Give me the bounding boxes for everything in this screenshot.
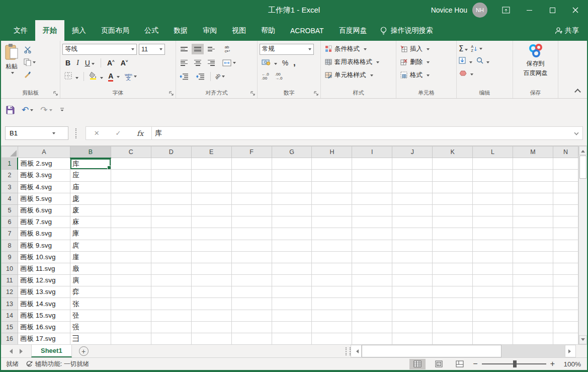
cell-E1[interactable] bbox=[191, 158, 231, 170]
cell-G9[interactable] bbox=[272, 251, 312, 263]
conditional-formatting-button[interactable]: 条件格式 bbox=[321, 42, 396, 55]
align-center-button[interactable] bbox=[192, 57, 204, 68]
cell-G13[interactable] bbox=[272, 298, 312, 310]
cell-A4[interactable]: 画板 5.svg bbox=[18, 193, 70, 204]
copy-button[interactable] bbox=[22, 56, 37, 67]
cell-M8[interactable] bbox=[513, 240, 553, 251]
orientation-button[interactable]: ab bbox=[215, 73, 225, 79]
column-header-E[interactable]: E bbox=[191, 146, 231, 158]
cell-E6[interactable] bbox=[191, 216, 231, 228]
cell-L10[interactable] bbox=[473, 263, 513, 274]
cell-G15[interactable] bbox=[272, 321, 312, 333]
cell-G4[interactable] bbox=[272, 193, 312, 204]
clipboard-dialog-launcher[interactable] bbox=[53, 91, 58, 96]
column-header-J[interactable]: J bbox=[392, 146, 433, 158]
cell-L13[interactable] bbox=[473, 298, 513, 310]
cell-F9[interactable] bbox=[231, 251, 272, 263]
phonetic-dropdown-arrow[interactable] bbox=[134, 76, 137, 79]
cell-D14[interactable] bbox=[151, 310, 191, 321]
cell-E10[interactable] bbox=[191, 263, 231, 274]
bold-button[interactable]: B bbox=[65, 59, 70, 67]
cell-M14[interactable] bbox=[513, 310, 553, 321]
cell-E8[interactable] bbox=[191, 240, 231, 251]
cell-H14[interactable] bbox=[312, 310, 352, 321]
cell-D4[interactable] bbox=[151, 193, 191, 204]
cell-L15[interactable] bbox=[473, 321, 513, 333]
cell-C10[interactable] bbox=[111, 263, 151, 274]
cell-G5[interactable] bbox=[272, 204, 312, 216]
column-header-H[interactable]: H bbox=[312, 146, 352, 158]
cell-C2[interactable] bbox=[111, 170, 151, 181]
find-select-button[interactable] bbox=[476, 57, 490, 65]
autosum-arrow[interactable] bbox=[465, 49, 468, 52]
cell-B3[interactable]: 庙 bbox=[70, 181, 111, 193]
format-painter-button[interactable] bbox=[22, 68, 37, 80]
cell-H11[interactable] bbox=[312, 275, 352, 286]
cell-C6[interactable] bbox=[111, 216, 151, 228]
cell-I7[interactable] bbox=[352, 228, 392, 240]
increase-decimal-button[interactable]: ←.0.00 bbox=[262, 72, 269, 81]
cell-K13[interactable] bbox=[433, 298, 473, 310]
cell-N2[interactable] bbox=[553, 170, 578, 181]
cell-E12[interactable] bbox=[191, 286, 231, 298]
cell-N5[interactable] bbox=[553, 204, 578, 216]
cell-I4[interactable] bbox=[352, 193, 392, 204]
cell-E15[interactable] bbox=[191, 321, 231, 333]
cell-D13[interactable] bbox=[151, 298, 191, 310]
merge-dropdown-arrow[interactable] bbox=[233, 62, 236, 65]
cell-F12[interactable] bbox=[231, 286, 272, 298]
zoom-out-button[interactable]: − bbox=[473, 359, 477, 368]
cell-F14[interactable] bbox=[231, 310, 272, 321]
ribbon-tab-插入[interactable]: 插入 bbox=[64, 20, 94, 41]
cell-M3[interactable] bbox=[513, 181, 553, 193]
cell-H4[interactable] bbox=[312, 193, 352, 204]
cell-J2[interactable] bbox=[392, 170, 433, 181]
row-header-14[interactable]: 14 bbox=[2, 310, 18, 321]
cell-E13[interactable] bbox=[191, 298, 231, 310]
cell-G7[interactable] bbox=[272, 228, 312, 240]
cell-A2[interactable]: 画板 3.svg bbox=[18, 170, 70, 181]
cell-N4[interactable] bbox=[553, 193, 578, 204]
cell-B6[interactable]: 庥 bbox=[70, 216, 111, 228]
cell-K9[interactable] bbox=[433, 251, 473, 263]
accessibility-status[interactable]: 辅助功能: 一切就绪 bbox=[26, 360, 89, 368]
cell-N14[interactable] bbox=[553, 310, 578, 321]
column-header-C[interactable]: C bbox=[111, 146, 151, 158]
column-header-M[interactable]: M bbox=[513, 146, 553, 158]
cell-M7[interactable] bbox=[513, 228, 553, 240]
cell-I2[interactable] bbox=[352, 170, 392, 181]
row-header-15[interactable]: 15 bbox=[2, 321, 18, 333]
cell-N13[interactable] bbox=[553, 298, 578, 310]
cell-D12[interactable] bbox=[151, 286, 191, 298]
ribbon-tab-帮助[interactable]: 帮助 bbox=[254, 20, 283, 41]
cell-N10[interactable] bbox=[553, 263, 578, 274]
cell-E4[interactable] bbox=[191, 193, 231, 204]
cell-K2[interactable] bbox=[433, 170, 473, 181]
cell-B10[interactable]: 廒 bbox=[70, 263, 111, 274]
clear-arrow[interactable] bbox=[470, 73, 473, 77]
horizontal-scrollbar[interactable] bbox=[351, 345, 576, 357]
accounting-format-button[interactable] bbox=[262, 59, 277, 67]
row-header-1[interactable]: 1 bbox=[2, 158, 18, 170]
cell-F10[interactable] bbox=[231, 263, 272, 274]
font-dialog-launcher[interactable] bbox=[169, 91, 174, 96]
cell-L6[interactable] bbox=[473, 216, 513, 228]
fill-color-button[interactable] bbox=[89, 71, 104, 81]
cell-N9[interactable] bbox=[553, 251, 578, 263]
cell-J16[interactable] bbox=[392, 333, 433, 345]
save-to-baidu-button[interactable]: 保存到 百度网盘 bbox=[521, 42, 551, 79]
cell-I5[interactable] bbox=[352, 204, 392, 216]
cell-N12[interactable] bbox=[553, 286, 578, 298]
increase-font-size-button[interactable]: A˄ bbox=[107, 59, 115, 67]
cell-A8[interactable]: 画板 9.svg bbox=[18, 240, 70, 251]
row-header-3[interactable]: 3 bbox=[2, 181, 18, 193]
column-header-B[interactable]: B bbox=[70, 146, 111, 158]
normal-view-button[interactable] bbox=[409, 359, 426, 369]
cell-K5[interactable] bbox=[433, 204, 473, 216]
underline-dropdown-arrow[interactable] bbox=[92, 63, 95, 66]
enter-button[interactable]: ✓ bbox=[115, 129, 121, 137]
autosum-button[interactable]: Σ bbox=[459, 44, 468, 53]
ribbon-tab-文件[interactable]: 文件 bbox=[6, 20, 35, 41]
cell-N1[interactable] bbox=[553, 158, 578, 170]
cell-E16[interactable] bbox=[191, 333, 231, 345]
